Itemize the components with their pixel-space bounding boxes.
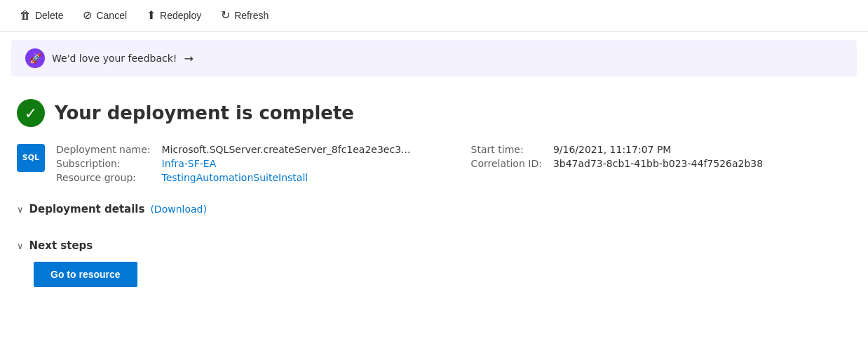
go-to-resource-button[interactable]: Go to resource	[34, 262, 137, 287]
success-title: Your deployment is complete	[55, 102, 354, 124]
start-time-label: Start time:	[471, 144, 542, 155]
redeploy-label: Redeploy	[160, 10, 201, 21]
delete-label: Delete	[35, 10, 63, 21]
name-label: Deployment name:	[56, 144, 151, 155]
success-header: ✓ Your deployment is complete	[17, 99, 851, 127]
deployment-info: SQL Deployment name: Microsoft.SQLServer…	[17, 144, 851, 183]
feedback-icon: 🚀	[25, 48, 45, 68]
deployment-details-grid: Deployment name: Microsoft.SQLServer.cre…	[56, 144, 851, 183]
feedback-banner[interactable]: 🚀 We'd love your feedback! →	[11, 40, 857, 76]
correlation-label: Correlation ID:	[471, 158, 542, 169]
download-link[interactable]: (Download)	[150, 204, 207, 215]
delete-button[interactable]: 🗑 Delete	[11, 6, 72, 25]
refresh-button[interactable]: ↻ Refresh	[212, 6, 277, 25]
start-time-value: 9/16/2021, 11:17:07 PM	[553, 144, 851, 155]
refresh-label: Refresh	[234, 10, 269, 21]
resource-group-link[interactable]: TestingAutomationSuiteInstall	[162, 172, 460, 183]
deployment-details-header[interactable]: ∨ Deployment details (Download)	[17, 203, 851, 215]
next-steps-chevron: ∨	[17, 241, 24, 251]
subscription-link[interactable]: Infra-SF-EA	[162, 158, 460, 169]
main-content: ✓ Your deployment is complete SQL Deploy…	[0, 85, 868, 315]
refresh-icon: ↻	[221, 10, 230, 21]
feedback-text: We'd love your feedback!	[52, 53, 177, 64]
sql-server-icon: SQL	[17, 144, 45, 172]
next-steps-section: ∨ Next steps Go to resource	[17, 239, 851, 287]
name-value: Microsoft.SQLServer.createServer_8fc1ea2…	[162, 144, 460, 155]
success-icon: ✓	[17, 99, 45, 127]
cancel-button[interactable]: ⊘ Cancel	[74, 6, 135, 25]
deployment-details-chevron: ∨	[17, 204, 24, 215]
cancel-label: Cancel	[96, 10, 127, 21]
deployment-details-title: Deployment details	[29, 203, 145, 215]
feedback-arrow: →	[184, 52, 193, 65]
resource-group-label: Resource group:	[56, 172, 151, 183]
correlation-value: 3b47ad73-8cb1-41bb-b023-44f7526a2b38	[553, 158, 851, 169]
redeploy-icon: ⬆	[147, 10, 156, 21]
toolbar: 🗑 Delete ⊘ Cancel ⬆ Redeploy ↻ Refresh	[0, 0, 868, 32]
deployment-details-section: ∨ Deployment details (Download)	[17, 203, 851, 228]
delete-icon: 🗑	[20, 10, 31, 21]
redeploy-button[interactable]: ⬆ Redeploy	[138, 6, 210, 25]
cancel-icon: ⊘	[83, 10, 92, 21]
subscription-label: Subscription:	[56, 158, 151, 169]
next-steps-title: Next steps	[29, 239, 93, 252]
next-steps-header[interactable]: ∨ Next steps	[17, 239, 851, 252]
